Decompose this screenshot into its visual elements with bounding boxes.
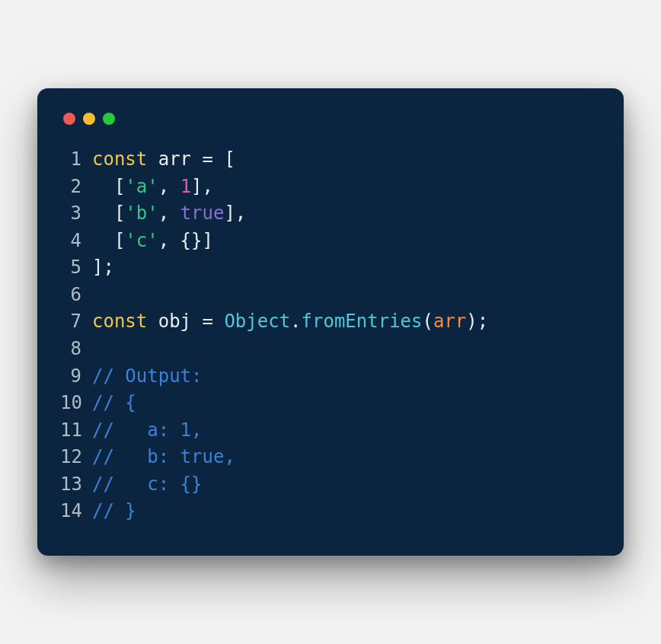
code-token: arr [147,148,202,170]
line-number: 5 [60,254,92,282]
line-number: 13 [60,471,92,499]
code-line: 12// b: true, [60,444,601,471]
code-line: 3 ['b', true], [60,200,601,228]
code-line: 5]; [60,254,601,282]
code-line: 7const obj = Object.fromEntries(arr); [60,308,601,336]
code-token: , {}] [158,230,213,251]
line-number: 8 [60,336,92,363]
line-number: 3 [60,200,92,228]
code-token: ); [466,311,488,332]
code-token: const [92,148,147,170]
code-line: 6 [60,282,601,309]
line-content [92,282,601,309]
code-token: // Output: [92,365,203,387]
code-line: 14// } [60,498,601,525]
code-window: 1const arr = [2 ['a', 1],3 ['b', true],4… [37,88,624,555]
code-token: = [203,311,225,332]
code-token: obj [147,311,202,332]
code-token: [ [92,176,125,197]
window-close-dot[interactable] [63,113,75,125]
code-line: 2 ['a', 1], [60,174,601,201]
code-block: 1const arr = [2 ['a', 1],3 ['b', true],4… [60,146,601,524]
code-token: ( [423,311,433,332]
line-number: 9 [60,363,92,391]
code-line: 4 ['c', {}] [60,228,601,255]
code-token: // b: true, [92,446,235,467]
code-token: ], [191,176,213,197]
line-content: // } [92,498,601,525]
line-number: 14 [60,498,92,525]
line-number: 1 [60,146,92,174]
code-line: 1const arr = [ [60,146,601,174]
line-content: ['c', {}] [92,228,601,255]
line-content: ['b', true], [92,200,601,228]
code-line: 10// { [60,390,601,417]
code-token: ], [224,202,246,224]
line-number: 2 [60,174,92,201]
line-number: 4 [60,228,92,255]
code-line: 11// a: 1, [60,417,601,445]
window-minimize-dot[interactable] [83,113,95,125]
code-token: // { [92,392,136,413]
line-content: const obj = Object.fromEntries(arr); [92,308,601,336]
line-number: 10 [60,390,92,417]
line-content: // b: true, [92,444,601,471]
window-zoom-dot[interactable] [103,113,115,125]
code-token: 'b' [125,202,158,224]
code-token: 1 [180,176,191,197]
line-number: 11 [60,417,92,445]
code-token: // c: {} [92,473,203,495]
code-token: , [158,202,180,224]
line-content: ]; [92,254,601,282]
code-line: 8 [60,336,601,363]
code-token: [ [92,202,125,224]
line-content: // c: {} [92,471,601,499]
code-token: fromEntries [302,311,423,332]
window-titlebar [60,108,601,146]
code-token: // } [92,500,136,521]
line-content: const arr = [ [92,146,601,174]
code-token: arr [433,311,466,332]
line-number: 7 [60,308,92,336]
line-content: // a: 1, [92,417,601,445]
line-content: // Output: [92,363,601,391]
line-content: // { [92,390,601,417]
code-line: 9// Output: [60,363,601,391]
code-token: // a: 1, [92,419,203,441]
code-token: 'c' [125,230,158,251]
line-number: 6 [60,282,92,309]
code-token: ]; [92,257,114,278]
code-token: . [290,311,301,332]
code-token: 'a' [125,176,158,197]
code-line: 13// c: {} [60,471,601,499]
code-token: = [ [203,148,235,170]
code-token: const [92,311,147,332]
code-token: Object [224,311,290,332]
code-token: , [158,176,180,197]
line-content: ['a', 1], [92,174,601,201]
code-token: [ [92,230,125,251]
line-content [92,336,601,363]
line-number: 12 [60,444,92,471]
code-token: true [180,202,225,224]
